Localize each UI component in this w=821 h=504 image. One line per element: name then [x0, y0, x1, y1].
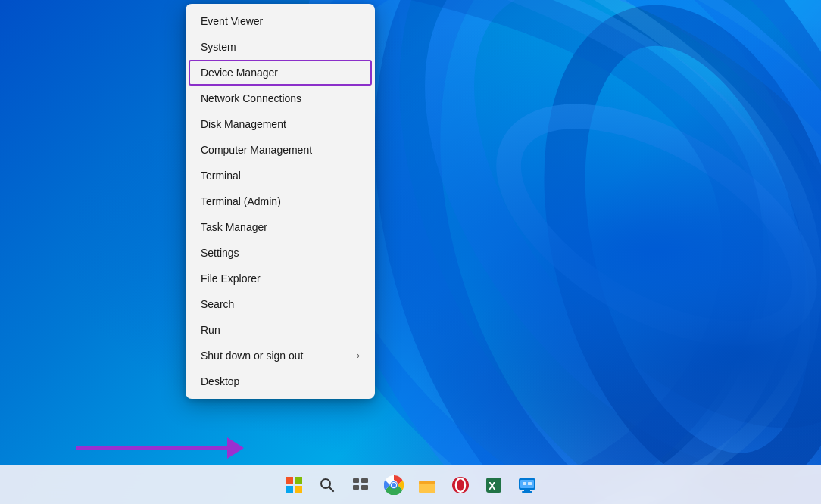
menu-item-label: Disk Management: [201, 118, 286, 130]
taskbar-icon-start[interactable]: [279, 470, 309, 500]
menu-item-label: Task Manager: [201, 221, 267, 233]
svg-rect-6: [286, 477, 293, 484]
menu-item-label: Device Manager: [201, 67, 278, 79]
menu-item-run[interactable]: Run: [186, 317, 375, 343]
desktop: Event ViewerSystemDevice ManagerNetwork …: [0, 0, 821, 504]
menu-item-shut-down[interactable]: Shut down or sign out›: [186, 343, 375, 369]
taskbar-icon-chrome[interactable]: [379, 470, 409, 500]
menu-item-terminal[interactable]: Terminal: [186, 163, 375, 188]
svg-text:X: X: [489, 480, 496, 492]
menu-item-label: Shut down or sign out: [201, 350, 303, 362]
taskbar: X: [0, 465, 821, 504]
context-menu: Event ViewerSystemDevice ManagerNetwork …: [186, 4, 375, 399]
taskbar-icon-remote-desktop[interactable]: [512, 470, 542, 500]
menu-item-label: Event Viewer: [201, 15, 263, 27]
taskbar-icon-opera[interactable]: [445, 470, 476, 500]
menu-item-network-connections[interactable]: Network Connections: [186, 86, 375, 111]
menu-item-computer-management[interactable]: Computer Management: [186, 137, 375, 163]
arrow-shaft: [76, 446, 227, 450]
submenu-arrow-icon: ›: [357, 350, 360, 361]
taskbar-icon-excel[interactable]: X: [479, 470, 509, 500]
svg-rect-29: [520, 480, 534, 488]
menu-item-settings[interactable]: Settings: [186, 240, 375, 266]
menu-item-label: File Explorer: [201, 272, 261, 285]
svg-rect-7: [295, 477, 302, 484]
svg-rect-31: [528, 482, 532, 485]
menu-item-label: Desktop: [201, 375, 239, 387]
menu-item-system[interactable]: System: [186, 34, 375, 60]
menu-item-label: Search: [201, 298, 234, 310]
taskbar-icon-task-view[interactable]: [345, 470, 376, 500]
arrow-head: [227, 437, 244, 459]
menu-item-label: Settings: [201, 247, 239, 259]
taskbar-icons: X: [279, 470, 542, 500]
menu-item-desktop[interactable]: Desktop: [186, 369, 375, 394]
svg-rect-13: [361, 478, 368, 483]
menu-item-task-manager[interactable]: Task Manager: [186, 214, 375, 240]
svg-rect-8: [286, 486, 293, 493]
menu-item-label: Terminal (Admin): [201, 195, 281, 207]
menu-item-label: Network Connections: [201, 92, 301, 104]
menu-item-device-manager[interactable]: Device Manager: [189, 60, 372, 86]
svg-rect-30: [523, 482, 526, 485]
taskbar-icon-search[interactable]: [312, 470, 342, 500]
svg-point-19: [392, 483, 396, 487]
menu-item-label: System: [201, 41, 236, 53]
menu-item-file-explorer[interactable]: File Explorer: [186, 266, 375, 291]
menu-item-terminal-admin[interactable]: Terminal (Admin): [186, 188, 375, 214]
svg-line-11: [329, 487, 334, 491]
svg-rect-15: [361, 485, 368, 490]
arrow-annotation: [76, 437, 244, 459]
svg-rect-9: [295, 486, 302, 493]
desktop-background: [0, 0, 821, 504]
svg-point-22: [452, 477, 469, 493]
svg-rect-14: [353, 485, 359, 490]
menu-item-disk-management[interactable]: Disk Management: [186, 111, 375, 137]
menu-item-label: Terminal: [201, 170, 241, 182]
svg-rect-12: [353, 478, 359, 483]
taskbar-icon-file-explorer[interactable]: [412, 470, 442, 500]
menu-item-label: Computer Management: [201, 144, 312, 156]
svg-rect-28: [522, 491, 532, 493]
menu-item-label: Run: [201, 324, 220, 336]
menu-item-search[interactable]: Search: [186, 291, 375, 317]
svg-rect-21: [419, 482, 435, 493]
menu-item-event-viewer[interactable]: Event Viewer: [186, 8, 375, 34]
